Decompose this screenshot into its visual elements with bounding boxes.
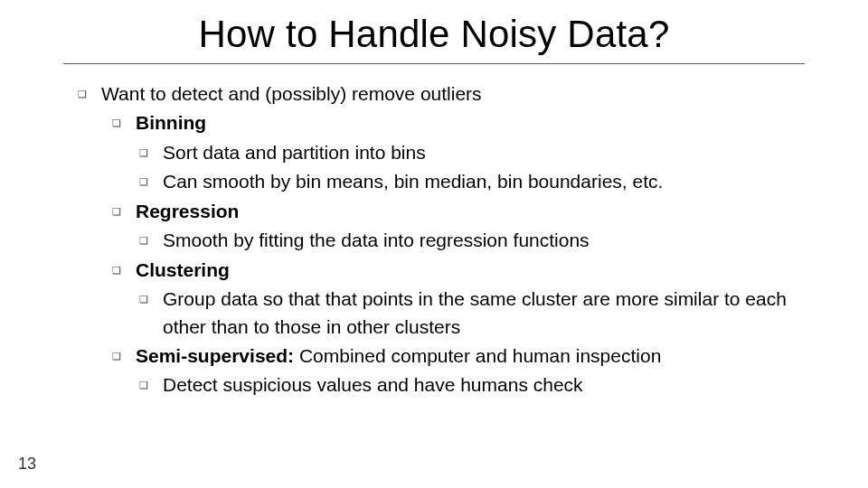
square-bullet-icon: ❑ bbox=[78, 80, 101, 108]
semi-label: Semi-supervised: bbox=[136, 345, 294, 366]
list-text: Can smooth by bin means, bin median, bin… bbox=[163, 168, 805, 195]
list-item: ❑ Can smooth by bin means, bin median, b… bbox=[63, 168, 805, 195]
square-bullet-icon: ❑ bbox=[139, 139, 163, 166]
list-text: Sort data and partition into bins bbox=[163, 139, 805, 166]
square-bullet-icon: ❑ bbox=[112, 198, 136, 225]
list-item: ❑ Group data so that that points in the … bbox=[63, 286, 805, 341]
square-bullet-icon: ❑ bbox=[139, 227, 163, 254]
square-bullet-icon: ❑ bbox=[112, 257, 136, 284]
slide: How to Handle Noisy Data? ❑ Want to dete… bbox=[0, 0, 868, 488]
list-item: ❑ Semi-supervised: Combined computer and… bbox=[63, 343, 805, 370]
slide-title: How to Handle Noisy Data? bbox=[0, 0, 868, 63]
list-text: Semi-supervised: Combined computer and h… bbox=[136, 343, 805, 370]
list-item: ❑ Binning bbox=[63, 109, 805, 136]
list-text: Clustering bbox=[136, 257, 805, 284]
square-bullet-icon: ❑ bbox=[112, 343, 136, 370]
list-text: Smooth by fitting the data into regressi… bbox=[163, 227, 805, 254]
list-item: ❑ Want to detect and (possibly) remove o… bbox=[63, 80, 805, 108]
list-item: ❑ Sort data and partition into bins bbox=[63, 139, 805, 166]
list-text: Regression bbox=[136, 198, 805, 225]
square-bullet-icon: ❑ bbox=[112, 109, 136, 136]
square-bullet-icon: ❑ bbox=[139, 168, 163, 195]
list-item: ❑ Clustering bbox=[63, 257, 805, 284]
list-text: Detect suspicious values and have humans… bbox=[163, 371, 805, 399]
list-text: Want to detect and (possibly) remove out… bbox=[101, 80, 805, 108]
list-item: ❑ Smooth by fitting the data into regres… bbox=[63, 227, 805, 254]
slide-body: ❑ Want to detect and (possibly) remove o… bbox=[0, 80, 868, 399]
list-item: ❑ Detect suspicious values and have huma… bbox=[63, 371, 805, 399]
square-bullet-icon: ❑ bbox=[139, 371, 163, 399]
page-number: 13 bbox=[18, 455, 36, 474]
list-text: Binning bbox=[136, 109, 805, 136]
list-text: Group data so that that points in the sa… bbox=[163, 286, 805, 341]
square-bullet-icon: ❑ bbox=[139, 286, 163, 313]
title-underline bbox=[63, 63, 805, 64]
semi-rest: Combined computer and human inspection bbox=[294, 345, 661, 366]
list-item: ❑ Regression bbox=[63, 198, 805, 225]
